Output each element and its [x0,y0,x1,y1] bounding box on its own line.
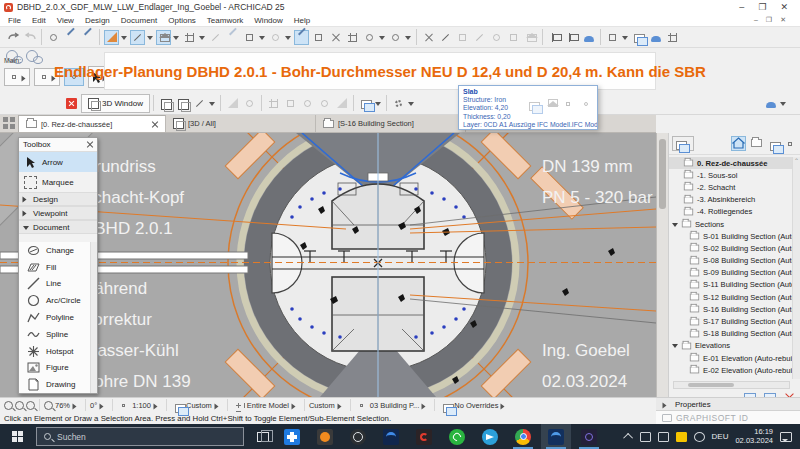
taskbar-clock[interactable]: 16:19 02.03.2024 [735,428,773,445]
child-window-controls[interactable]: –❐✕ [754,16,792,24]
clock-chevron[interactable] [405,36,411,43]
menu-options[interactable]: Options [168,16,196,25]
settings-icon[interactable] [391,96,406,111]
link-group-icon[interactable] [26,50,38,62]
tool-arc-circle[interactable]: Arc/Circle [19,292,90,309]
story-item-1[interactable]: -1. Sous-sol [669,169,792,181]
taskbar-app-whatsapp[interactable] [442,424,472,449]
sync-icon[interactable] [648,30,663,45]
model-view-options-control[interactable]: 03 Building P... [351,399,435,411]
taskbar-app-recorder[interactable] [310,424,340,449]
tab-floor-plan[interactable]: [0. Rez-de-chaussée] [18,115,166,132]
zoom-out-icon[interactable] [4,401,13,410]
section-item-8[interactable]: S-18 Building Section (Auto- [669,328,792,340]
menu-help[interactable]: Help [294,16,310,25]
tool-marquee[interactable]: Marquee [19,172,97,192]
eye-icon[interactable] [317,96,332,111]
menu-design[interactable]: Design [85,16,110,25]
flag-list-icon[interactable] [564,30,579,45]
guide-lines-chevron[interactable] [121,36,127,43]
view-map-tab[interactable] [748,136,763,151]
language-indicator[interactable]: DEU [712,432,729,441]
copy-layout-icon[interactable] [631,30,646,45]
project-map-tab[interactable] [731,136,746,151]
elevation-item-1[interactable]: E-02 Elevation (Auto-rebuild [669,364,792,376]
guide-lines-icon[interactable] [104,30,119,45]
lamp-icon[interactable] [300,96,315,111]
zoom-extent-icon[interactable] [328,30,343,45]
maximize-button[interactable]: ❐ [758,2,766,12]
taskbar-app-spatial[interactable] [574,424,604,449]
tray-shield-icon[interactable] [676,432,687,442]
taskbar-app-chrome[interactable] [508,424,538,449]
section-item-7[interactable]: S-17 Building Section (Auto- [669,315,792,327]
publisher-tab[interactable] [782,136,797,151]
tray-expand-icon[interactable] [623,433,633,443]
group-document[interactable]: Document [19,220,97,234]
toolbox-scrollbar[interactable] [90,242,97,393]
taskbar-app-cad[interactable] [376,424,406,449]
marquee-options-chevron[interactable] [259,36,265,43]
snap-guides-chevron[interactable] [147,36,153,43]
toolbox-close-icon[interactable] [86,141,93,148]
group-design[interactable]: Design [19,192,97,206]
resize-icon[interactable] [506,30,521,45]
tool-change[interactable]: Change [19,242,90,259]
elevations-group[interactable]: Elevations [669,340,792,352]
group-viewpoint[interactable]: Viewpoint [19,206,97,220]
orbit-chevron[interactable] [379,36,385,43]
taskbar-app-archicad[interactable] [541,424,571,449]
zoom-in-icon[interactable] [15,401,24,410]
tab-3d-all[interactable]: [3D / All] [166,115,316,132]
tool-drawing[interactable]: Drawing [19,376,90,393]
cloud-icon[interactable] [763,96,778,111]
task-view-button[interactable] [252,424,274,449]
sections-group[interactable]: Sections [669,218,792,230]
story-item-3[interactable]: -3. Absinkbereich [669,194,792,206]
gravity-icon[interactable] [208,30,223,45]
tool-line[interactable]: Line [19,276,90,293]
settings-chevron[interactable] [408,102,414,109]
perspective-icon[interactable] [158,96,173,111]
layers-chevron[interactable] [375,102,381,109]
taskbar-app-acrobat[interactable] [409,424,439,449]
taskbar-app-telegram[interactable] [475,424,505,449]
tool-arrow[interactable]: Arrow [19,152,97,172]
walk-mode-icon[interactable] [192,96,207,111]
tray-display-icon[interactable] [640,432,651,442]
menu-view[interactable]: View [57,16,74,25]
trace-reference-icon[interactable] [294,30,309,45]
taskbar-search[interactable]: Suchen [36,427,244,446]
story-item-0[interactable]: 0. Rez-de-chaussée [669,157,792,169]
overrides-control[interactable]: No Overrides [435,399,513,411]
clock-icon[interactable] [388,30,403,45]
menu-window[interactable]: Window [254,16,282,25]
section-item-5[interactable]: S-12 Building Section (Auto- [669,291,792,303]
snap-points-icon[interactable] [156,30,171,45]
intersect-icon[interactable] [455,30,470,45]
story-item-2[interactable]: -2. Schacht [669,181,792,193]
snap-guides-icon[interactable] [130,30,145,45]
layout-book-tab[interactable] [765,136,780,151]
project-chooser-button[interactable] [672,136,694,151]
close-button[interactable]: ✕ [780,2,788,12]
tab-close-icon[interactable] [151,121,158,128]
close-palette-icon[interactable] [66,98,77,109]
structure-display-control[interactable]: Entire Model [228,399,305,411]
tray-network-icon[interactable] [694,432,705,442]
fillet-icon[interactable] [472,30,487,45]
minimize-button[interactable]: – [739,2,744,12]
axonometry-icon[interactable] [175,96,190,111]
story-item-4[interactable]: -4. Rotliegendes [669,206,792,218]
taskbar-app-obs[interactable] [343,424,373,449]
tab-section-s16[interactable]: [S-16 Building Section] [316,115,466,132]
pen-set-control[interactable]: Custom [305,399,351,411]
3d-window-button[interactable]: 3D Window [81,94,150,113]
drawing-canvas[interactable]: Grundriss Schacht-Kopf DBHD 2.0.1 währen… [0,133,656,397]
inject-parameters-icon[interactable] [80,30,95,45]
layers-icon[interactable] [358,96,373,111]
section-item-0[interactable]: S-01 Building Section (Auto- [669,230,792,242]
tab-overview-icon[interactable] [3,117,16,130]
relative-coords-icon[interactable] [225,30,240,45]
ghost-view-icon[interactable] [242,96,257,111]
